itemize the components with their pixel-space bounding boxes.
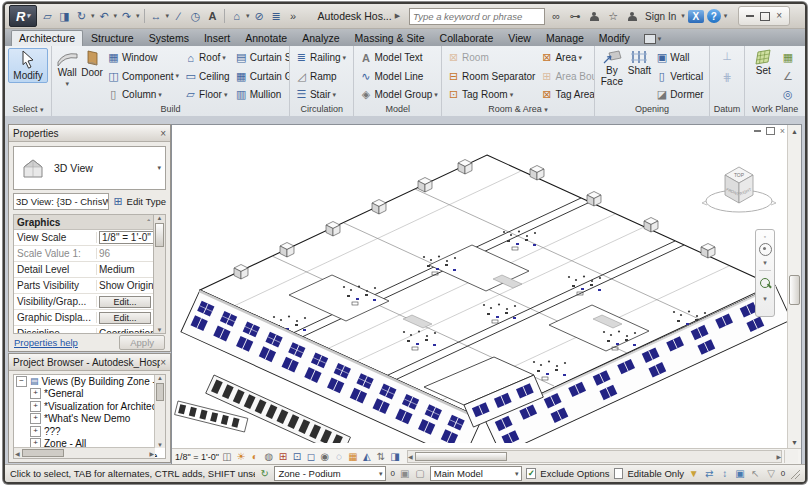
tag-room-button[interactable]: ⊡Tag Room▾ xyxy=(445,86,537,103)
default-3d-view-icon[interactable]: ⌂ xyxy=(229,8,244,24)
ceiling-button[interactable]: ▭Ceiling xyxy=(182,68,232,85)
sign-in-label[interactable]: Sign In xyxy=(645,11,676,22)
show-work-plane-button[interactable]: ▦ xyxy=(779,49,796,66)
column-button[interactable]: ▯Column▾ xyxy=(105,86,181,103)
tree-item-unknown[interactable]: +??? xyxy=(14,425,165,438)
opening-by-face-button[interactable]: By Face xyxy=(598,48,625,88)
select-underlay-icon[interactable]: ⇄ xyxy=(703,468,714,479)
chevron-down-icon[interactable]: ▾ xyxy=(763,295,767,303)
sign-in-caret-icon[interactable]: ▾ xyxy=(681,12,685,20)
tab-architecture[interactable]: Architecture xyxy=(11,30,83,46)
tree-item-visualization[interactable]: +*Visualization for Architects xyxy=(14,400,165,413)
steering-wheel-icon[interactable] xyxy=(759,243,772,256)
select-links-icon[interactable]: ▼ xyxy=(688,468,699,479)
panel-label-select[interactable]: Select ▾ xyxy=(5,104,51,116)
scrollbar-thumb[interactable] xyxy=(789,275,800,305)
measure-caret-icon[interactable]: ▾ xyxy=(166,12,170,20)
exclude-options-checkbox[interactable]: ✓ xyxy=(526,468,536,479)
stair-button[interactable]: ☰Stair▾ xyxy=(293,86,348,103)
help-caret-icon[interactable]: ▾ xyxy=(724,12,728,20)
ref-plane-button[interactable]: ∠ xyxy=(779,68,796,85)
curtain-grid-button[interactable]: ▦Curtain Grid xyxy=(233,68,290,85)
tab-structure[interactable]: Structure xyxy=(84,31,141,46)
design-options-icon[interactable]: ▢ xyxy=(414,468,425,479)
curtain-system-button[interactable]: ▤Curtain System xyxy=(233,49,290,66)
scrollbar-thumb[interactable] xyxy=(155,223,164,247)
edit-type-button[interactable]: ⊞ Edit Type xyxy=(112,195,166,208)
roof-button[interactable]: ⌂Roof▾ xyxy=(182,49,232,66)
search-input[interactable] xyxy=(409,8,545,25)
door-button[interactable]: Door xyxy=(80,48,104,79)
subscription-center-icon[interactable]: ⊶ xyxy=(567,8,583,24)
select-pinned-icon[interactable]: ↕ xyxy=(719,468,730,479)
open-icon[interactable]: ▱ xyxy=(40,8,55,24)
active-workset-select[interactable]: Zone - Podium ▾ xyxy=(274,466,386,481)
redo-caret-icon[interactable]: ▾ xyxy=(136,12,140,20)
model-text-button[interactable]: AModel Text xyxy=(357,49,439,66)
title-expand-icon[interactable]: ▶ xyxy=(395,12,400,20)
visibility-edit-button[interactable]: Edit... xyxy=(99,296,151,308)
scrollbar-thumb[interactable] xyxy=(415,452,507,461)
temporary-view-properties-icon[interactable]: ⇅ xyxy=(375,451,387,463)
text-icon[interactable]: A xyxy=(205,8,220,24)
sun-path-icon[interactable]: ◐ xyxy=(249,451,261,463)
railing-button[interactable]: ≣Railing▾ xyxy=(293,49,348,66)
minimize-button[interactable] xyxy=(746,15,754,17)
tab-insert[interactable]: Insert xyxy=(197,31,237,46)
close-icon[interactable]: × xyxy=(160,357,166,368)
opening-shaft-button[interactable]: Shaft xyxy=(627,48,653,77)
viewcube[interactable]: TOP FRONT RIGHT xyxy=(697,153,781,225)
worksets-icon[interactable]: ↻ xyxy=(259,468,270,479)
properties-help-link[interactable]: Properties help xyxy=(14,337,78,348)
section-icon[interactable]: ⊘ xyxy=(252,8,267,24)
mullion-button[interactable]: ▥Mullion xyxy=(233,86,290,103)
tree-item-general[interactable]: +*General xyxy=(14,388,165,401)
help-icon[interactable]: ? xyxy=(707,9,721,23)
opening-wall-button[interactable]: ▣Wall xyxy=(653,49,705,66)
model-line-button[interactable]: ∿Model Line xyxy=(357,68,439,85)
tree-item-whats-new[interactable]: +*What's New Demo xyxy=(14,413,165,426)
project-browser-header[interactable]: Project Browser - Autodesk_Hospital_L...… xyxy=(9,354,170,371)
area-button[interactable]: ⊠Area▾ xyxy=(538,49,595,66)
properties-scrollbar[interactable]: ▲ ▼ xyxy=(154,214,166,334)
application-menu-button[interactable]: R▾ xyxy=(9,5,37,27)
view-restore-icon[interactable] xyxy=(766,127,775,135)
scroll-up-icon[interactable]: ▲ xyxy=(157,215,163,221)
expand-box-icon[interactable]: + xyxy=(30,401,41,412)
view-scale-label[interactable]: 1/8" = 1'-0" xyxy=(175,452,219,462)
collapse-icon[interactable]: ˆ xyxy=(147,218,150,227)
panel-label-room-area[interactable]: Room & Area ▾ xyxy=(442,104,594,116)
visual-style-icon[interactable]: ☀ xyxy=(235,451,247,463)
exchange-apps-icon[interactable]: X xyxy=(688,10,704,23)
undo-icon[interactable]: ↶ xyxy=(97,8,112,24)
detail-level-icon[interactable]: ◫ xyxy=(221,451,233,463)
chevron-down-icon[interactable]: ▾ xyxy=(157,164,161,172)
room-separator-button[interactable]: ⊟Room Separator xyxy=(445,68,537,85)
modify-button[interactable]: Modify xyxy=(8,48,48,83)
filter-icon[interactable]: ▽ xyxy=(765,468,776,479)
apply-button[interactable]: Apply xyxy=(119,335,165,350)
3d-view-caret-icon[interactable]: ▾ xyxy=(246,12,250,20)
favorites-star-icon[interactable]: ☆ xyxy=(605,8,621,24)
collapse-box-icon[interactable]: − xyxy=(16,376,27,387)
tree-horizontal-scrollbar[interactable]: ◀▶ xyxy=(14,447,155,458)
tab-analyze[interactable]: Analyze xyxy=(295,31,346,46)
aligned-dimension-icon[interactable]: ∕ xyxy=(171,8,186,24)
rendering-dialog-icon[interactable]: ⊞ xyxy=(277,451,289,463)
redo-icon[interactable]: ↷ xyxy=(119,8,134,24)
type-selector[interactable]: 3D View ▾ xyxy=(13,146,166,190)
select-by-face-icon[interactable]: ▣ xyxy=(734,468,745,479)
crop-view-icon[interactable]: ⊡ xyxy=(291,451,303,463)
active-design-option-select[interactable]: Main Model ▾ xyxy=(430,466,523,481)
customize-qat-icon[interactable]: » xyxy=(286,8,301,24)
chevron-down-icon[interactable]: ▾ xyxy=(763,259,767,267)
expand-box-icon[interactable]: + xyxy=(30,413,41,424)
ramp-button[interactable]: ◿Ramp xyxy=(293,68,348,85)
canvas-horizontal-scrollbar[interactable]: ◀ ▶ xyxy=(407,450,782,463)
sign-in-person-icon[interactable] xyxy=(624,8,640,24)
model-group-button[interactable]: ◈Model Group▾ xyxy=(357,86,439,103)
analytical-model-icon[interactable]: ◨ xyxy=(389,451,401,463)
editing-requests-count[interactable]: 0 xyxy=(390,469,394,478)
wall-button[interactable]: Wall ▾ xyxy=(55,48,79,90)
unlocked-view-icon[interactable]: ◉ xyxy=(319,451,331,463)
